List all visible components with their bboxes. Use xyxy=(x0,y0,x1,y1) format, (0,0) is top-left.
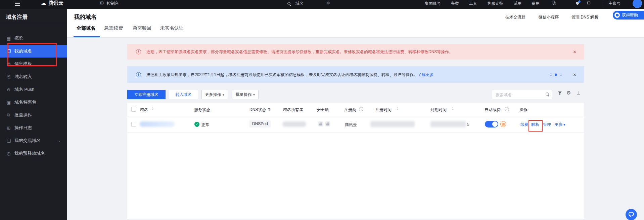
domain-search-input[interactable] xyxy=(495,91,543,99)
more-link[interactable]: 更多▾ xyxy=(555,122,565,127)
table-row: ✓ 正常 DNSPod 腾讯云 5 惠 续费 解析 管理 更多▾ xyxy=(127,116,584,133)
sidebar-item-label: 操作日志 xyxy=(14,125,32,131)
tab-all-domains[interactable]: 全部域名 xyxy=(77,25,95,31)
tencent-cloud-logo[interactable]: 腾讯云 xyxy=(48,1,63,5)
warning-banner: ! 近期，因工信部加强域名实名要求，部分存量域名实名信息需要修改。请按页面提示尽… xyxy=(127,44,584,60)
menu-support[interactable]: 客服支持 xyxy=(487,1,503,6)
info-close-icon[interactable]: ✕ xyxy=(573,72,577,77)
console-grid-icon: ⊞ xyxy=(100,1,104,5)
sidebar-item-domain-push[interactable]: ⊖ 域名 Push xyxy=(0,83,67,96)
package-icon: ▣ xyxy=(6,100,12,105)
transfer-lock-icon[interactable] xyxy=(318,121,323,126)
transfer-domain-button[interactable]: 转入域名 xyxy=(169,90,198,99)
carousel-dot-1[interactable] xyxy=(550,73,552,76)
sort-icon-domain[interactable]: ▲▼ xyxy=(151,107,154,110)
sidebar-item-domain-package[interactable]: ▣ 域名特惠包 xyxy=(0,96,67,109)
select-all-checkbox[interactable] xyxy=(131,107,136,112)
info-icon-auto-renew[interactable]: i xyxy=(505,107,509,111)
more-actions-button[interactable]: 更多操作▾ xyxy=(201,90,228,99)
sort-icon-register-time[interactable]: ▲▼ xyxy=(396,107,399,110)
carousel-dot-2[interactable] xyxy=(555,73,557,76)
search-clear-icon[interactable]: ⊗ xyxy=(326,1,330,5)
transfer-in-icon: ⎘ xyxy=(6,74,12,79)
gear-icon[interactable]: ⚙ xyxy=(566,90,571,96)
get-help-button[interactable]: 获得帮助 xyxy=(613,11,644,20)
sidebar-item-label: 信息模板 xyxy=(14,61,32,67)
caret-down-icon: ▾ xyxy=(223,93,225,97)
table-header-row: 域名 ▲▼ 服务状态 DNS状态 域名所有者 安全锁 注册商 i 注册时间 ▲▼… xyxy=(127,103,584,116)
overview-icon: ▦ xyxy=(6,36,12,41)
account-label[interactable]: 主账号 xyxy=(608,1,620,6)
sidebar-item-my-trade-domains[interactable]: ❏ 我的交易域名 ⌄ xyxy=(0,134,67,147)
info-icon-registrar[interactable]: i xyxy=(359,107,363,111)
tab-not-verified[interactable]: 未实名认证 xyxy=(160,25,184,31)
tab-redeem-urgent[interactable]: 急需赎回 xyxy=(133,25,151,31)
customer-service-chat-button[interactable] xyxy=(626,209,637,220)
renew-link[interactable]: 续费 xyxy=(520,122,528,127)
menu-trial[interactable]: 试用 xyxy=(513,1,521,6)
link-wechat-miniprogram[interactable]: 微信小程序 xyxy=(539,14,559,20)
promo-badge[interactable]: 惠 xyxy=(500,121,506,127)
warning-close-icon[interactable]: ✕ xyxy=(573,49,577,54)
topbar: ☁ 腾讯云 ⊞ 控制台 域名 ⊗ 集团账号 备案 工具 客服支持 试用 费用 ◎… xyxy=(0,0,644,9)
page-header: 我的域名 技术交流群 微信小程序 管理 DNS 解析 获得帮助 全部域名 急需续… xyxy=(67,9,644,38)
manage-link[interactable]: 管理 xyxy=(543,122,551,127)
topbar-search-icon[interactable] xyxy=(287,2,291,6)
domain-name-redacted[interactable] xyxy=(140,121,175,127)
col-domain-owner: 域名所有者 xyxy=(283,107,303,113)
console-panel-icon[interactable]: ⊡ xyxy=(587,1,591,5)
sidebar-item-overview[interactable]: ▦ 概览 xyxy=(0,32,67,45)
trade-icon: ❏ xyxy=(6,138,12,143)
topbar-search-query[interactable]: 域名 xyxy=(295,1,304,6)
caret-down-icon: ▾ xyxy=(563,122,565,126)
carousel-dots xyxy=(550,73,562,76)
push-icon: ⊖ xyxy=(6,87,12,92)
filter-icon-dns-status[interactable] xyxy=(268,108,271,111)
download-icon[interactable]: ↓ xyxy=(577,90,580,95)
voice-icon[interactable]: ◎ xyxy=(552,1,556,5)
sidebar-item-info-template[interactable]: ▤ 信息模板 xyxy=(0,58,67,70)
main-content: ! 近期，因工信部加强域名实名要求，部分存量域名实名信息需要修改。请按页面提示尽… xyxy=(67,38,644,220)
auto-renew-toggle[interactable] xyxy=(485,121,498,127)
carousel-dot-3[interactable] xyxy=(560,73,562,76)
user-avatar[interactable] xyxy=(633,0,642,8)
notification-bell-icon[interactable] xyxy=(576,1,580,5)
menu-icp[interactable]: 备案 xyxy=(451,1,459,6)
tab-renewal-urgent[interactable]: 急需续费 xyxy=(104,25,123,31)
batch-actions-button[interactable]: 批量操作▾ xyxy=(232,90,259,99)
info-template-icon: ▤ xyxy=(6,62,12,67)
row-checkbox[interactable] xyxy=(131,122,136,127)
sidebar-item-label: 我的交易域名 xyxy=(14,138,41,144)
filter-funnel-icon[interactable] xyxy=(558,91,562,95)
hamburger-menu-icon[interactable] xyxy=(15,1,20,7)
update-lock-icon[interactable] xyxy=(325,121,330,126)
dns-provider-badge: DNSPod xyxy=(249,120,271,127)
sidebar-item-label: 概览 xyxy=(14,35,23,41)
search-icon[interactable] xyxy=(546,93,549,96)
sidebar-item-domain-transfer-in[interactable]: ⎘ 域名转入 xyxy=(0,70,67,83)
menu-billing[interactable]: 费用 xyxy=(532,1,540,6)
register-domain-button[interactable]: 立即注册域名 xyxy=(127,90,166,99)
caret-down-icon: ▾ xyxy=(253,93,255,97)
col-actions: 操作 xyxy=(519,107,527,113)
link-manage-dns[interactable]: 管理 DNS 解析 xyxy=(571,14,598,20)
warning-text: 近期，因工信部加强域名实名要求，部分存量域名实名信息需要修改。请按页面提示尽快修… xyxy=(146,49,453,55)
col-service-status: 服务状态 xyxy=(194,107,210,113)
sidebar-item-pre-release-domains[interactable]: ◷ 我的预释放域名 xyxy=(0,147,67,160)
sidebar-item-my-domains[interactable]: ❐ 我的域名 xyxy=(0,45,67,58)
sidebar-item-batch-operations[interactable]: ⧉ 批量操作 xyxy=(0,109,67,121)
link-tech-group[interactable]: 技术交流群 xyxy=(505,14,525,20)
dns-resolve-link[interactable]: 解析 xyxy=(531,122,539,127)
sidebar-item-label: 我的预释放域名 xyxy=(14,150,45,156)
learn-more-link[interactable]: 了解更多 xyxy=(418,72,434,77)
console-link[interactable]: 控制台 xyxy=(107,1,119,6)
col-register-time: 注册时间 xyxy=(375,107,392,113)
sidebar-item-label: 域名 Push xyxy=(14,86,34,93)
sort-icon-expire-time[interactable]: ▲▼ xyxy=(451,107,454,110)
sidebar-item-operation-log[interactable]: ⊞ 操作日志 xyxy=(0,121,67,134)
col-registrar: 注册商 xyxy=(344,107,356,113)
owner-redacted xyxy=(282,121,306,127)
menu-tools[interactable]: 工具 xyxy=(469,1,477,6)
menu-group-account[interactable]: 集团账号 xyxy=(425,1,441,6)
notification-dot xyxy=(578,0,581,3)
